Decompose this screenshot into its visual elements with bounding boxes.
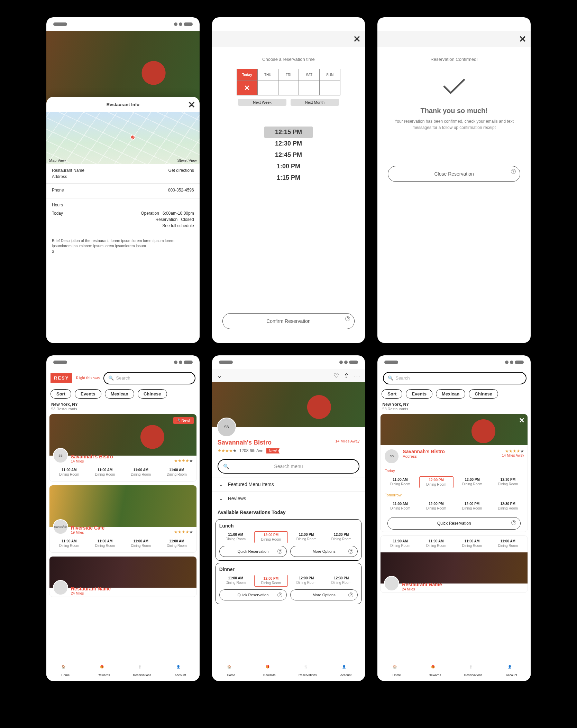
time-slot[interactable]: 12:30 PMDining Room — [491, 501, 525, 512]
phone-value[interactable]: 800-352-4596 — [168, 188, 194, 193]
share-icon[interactable]: ⇪ — [344, 372, 349, 380]
time-slot[interactable]: 11:00 AMDining Room — [52, 467, 86, 478]
chip-mexican[interactable]: Mexican — [436, 389, 465, 399]
map-view[interactable]: Map View Street View — [46, 112, 200, 164]
time-slot[interactable]: 11:00 AMDining Room — [88, 467, 122, 478]
help-icon[interactable]: ? — [511, 520, 516, 525]
time-slot[interactable]: 11:00 AMDining Room — [383, 501, 417, 512]
calendar-day[interactable]: SUN — [320, 69, 340, 81]
tab-home[interactable]: 🏠Home — [377, 661, 416, 681]
calendar-day[interactable]: THU — [257, 69, 278, 81]
heart-icon[interactable]: ♡ — [333, 372, 339, 380]
confirm-reservation-button[interactable]: Confirm Reservation ? — [222, 313, 355, 329]
chip-mexican[interactable]: Mexican — [105, 389, 134, 399]
time-option-selected[interactable]: 12:15 PM — [264, 127, 313, 138]
close-reservation-button[interactable]: Close Reservation ? — [388, 166, 520, 182]
tab-reservations[interactable]: 🍴Reservations — [454, 661, 493, 681]
help-icon[interactable]: ? — [348, 549, 353, 554]
time-slot[interactable]: 11:00 AMDining Room — [160, 538, 194, 549]
time-slot[interactable]: 11:00 AMDining Room — [383, 476, 417, 488]
help-icon[interactable]: ? — [348, 592, 353, 597]
chip-sort[interactable]: Sort — [51, 389, 71, 399]
time-slot[interactable]: 12:00 PMDining Room — [290, 531, 323, 543]
time-slot[interactable]: 11:00 AMDining Room — [419, 538, 453, 549]
tab-reservations[interactable]: 🍴Reservations — [123, 661, 161, 681]
help-icon[interactable]: ? — [277, 549, 282, 554]
more-options-button[interactable]: More Options? — [290, 546, 358, 557]
map-view-toggle[interactable]: Map View — [49, 158, 66, 162]
time-slot[interactable]: 11:00 AMDining Room — [455, 538, 489, 549]
quick-reservation-button[interactable]: Quick Reservation? — [219, 589, 287, 600]
more-options-button[interactable]: More Options? — [290, 589, 358, 600]
time-slot[interactable]: 12:00 PMDining Room — [455, 501, 489, 512]
time-slot[interactable]: 11:00 AMDining Room — [219, 531, 252, 543]
chip-chinese[interactable]: Chinese — [469, 389, 498, 399]
time-slot[interactable]: 11:00 AMDining Room — [160, 467, 194, 478]
restaurant-card[interactable]: 📣 New! SB Savannah's Bistro 14 Miles ★★★… — [49, 414, 197, 482]
time-slot[interactable]: 11:00 AMDining Room — [491, 538, 525, 549]
tab-account[interactable]: 👤Account — [327, 661, 365, 681]
time-picker[interactable]: 12:15 PM 12:30 PM 12:45 PM 1:00 PM 1:15 … — [212, 127, 365, 184]
time-slot[interactable]: 11:00 AMDining Room — [124, 538, 158, 549]
next-week-button[interactable]: Next Week — [238, 99, 286, 106]
chip-sort[interactable]: Sort — [382, 389, 402, 399]
tab-reservations[interactable]: 🍴Reservations — [288, 661, 327, 681]
tab-rewards[interactable]: 🎁Rewards — [85, 661, 123, 681]
time-slot[interactable]: 12:30 PMDining Room — [325, 531, 358, 543]
time-slot[interactable]: 12:00 PMDining Room — [419, 501, 453, 512]
quick-reservation-button[interactable]: Quick Reservation? — [219, 546, 287, 557]
time-slot[interactable]: 11:00 AMDining Room — [88, 538, 122, 549]
featured-menu-accordion[interactable]: ⌄ Featured Menu Items — [212, 477, 365, 491]
close-icon[interactable]: ✕ — [353, 34, 361, 45]
help-icon[interactable]: ? — [511, 169, 516, 174]
tab-home[interactable]: 🏠Home — [46, 661, 85, 681]
restaurant-card-expanded[interactable]: ✕ SB Savannah's Bistro Address ★★★★★ 14 … — [380, 414, 528, 532]
time-option[interactable]: 1:00 PM — [212, 161, 365, 172]
time-slot[interactable]: 12:00 PMDining Room — [290, 575, 323, 587]
restaurant-card[interactable]: Restaurant Name 24 Miles — [49, 556, 197, 597]
chip-chinese[interactable]: Chinese — [138, 389, 167, 399]
chevron-down-icon[interactable]: ⌄ — [217, 372, 222, 380]
calendar-day[interactable]: SAT — [299, 69, 320, 81]
time-slot-selected[interactable]: 12:00 PMDining Room — [254, 531, 288, 543]
tab-rewards[interactable]: 🎁Rewards — [416, 661, 454, 681]
time-slot-selected[interactable]: 12:00 PMDining Room — [419, 476, 454, 488]
resy-logo[interactable]: RESY — [51, 373, 72, 383]
quick-reservation-button[interactable]: Quick Reservation ? — [387, 517, 521, 530]
close-icon[interactable]: ✕ — [188, 100, 195, 110]
time-option[interactable]: 12:30 PM — [212, 138, 365, 149]
close-icon[interactable]: ✕ — [519, 416, 525, 424]
calendar-day-today[interactable]: Today — [237, 69, 257, 81]
time-slot-selected[interactable]: 12:00 PMDining Room — [254, 575, 288, 587]
time-slot[interactable]: 11:00 AMDining Room — [383, 538, 417, 549]
restaurant-card[interactable]: Riverside Riverside Cafe 19 Miles ★★★★★ … — [49, 485, 197, 553]
next-month-button[interactable]: Next Month — [291, 99, 339, 106]
restaurant-card[interactable]: 11:00 AMDining Room 11:00 AMDining Room … — [380, 535, 528, 593]
time-slot[interactable]: 11:00 AMDining Room — [219, 575, 252, 587]
see-full-schedule-link[interactable]: See full schedule — [162, 223, 194, 228]
search-input[interactable]: 🔍 Search — [383, 372, 526, 384]
close-icon[interactable]: ✕ — [519, 34, 526, 45]
more-icon[interactable]: ⋯ — [354, 372, 360, 380]
search-menu-input[interactable]: 🔍 Search menu — [218, 459, 360, 474]
calendar-day[interactable]: FRI — [278, 69, 299, 81]
search-input[interactable]: 🔍 Search — [103, 372, 195, 384]
reviews-accordion[interactable]: ⌄ Reviews — [212, 491, 365, 505]
tab-account[interactable]: 👤Account — [161, 661, 200, 681]
time-slot[interactable]: 11:00 AMDining Room — [52, 538, 86, 549]
help-icon[interactable]: ? — [345, 316, 350, 321]
tab-rewards[interactable]: 🎁Rewards — [250, 661, 288, 681]
time-option[interactable]: 1:15 PM — [212, 172, 365, 184]
chip-events[interactable]: Events — [75, 389, 101, 399]
time-slot[interactable]: 12:00 PMDining Room — [456, 476, 489, 488]
get-directions-link[interactable]: Get directions — [168, 168, 194, 173]
time-slot[interactable]: 12:30 PMDining Room — [491, 476, 525, 488]
chip-events[interactable]: Events — [406, 389, 432, 399]
time-slot[interactable]: 11:00 AMDining Room — [124, 467, 158, 478]
help-icon[interactable]: ? — [277, 592, 282, 597]
time-slot[interactable]: 12:30 PMDining Room — [325, 575, 358, 587]
tab-account[interactable]: 👤Account — [492, 661, 531, 681]
tab-home[interactable]: 🏠Home — [212, 661, 250, 681]
street-view-toggle[interactable]: Street View — [177, 158, 197, 162]
time-option[interactable]: 12:45 PM — [212, 149, 365, 161]
